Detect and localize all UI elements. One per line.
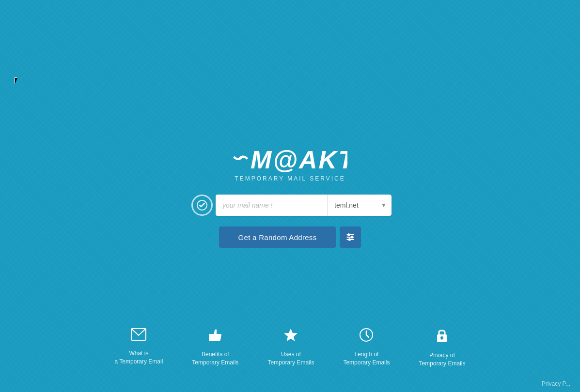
nav-item-what-is[interactable]: What isa Temporary Email xyxy=(115,328,163,366)
svg-point-5 xyxy=(348,234,349,235)
svg-marker-10 xyxy=(284,329,298,341)
domain-select-wrapper: teml.net tempmail.com mailtemp.net ▼ xyxy=(327,195,392,216)
nav-item-length[interactable]: Length ofTemporary Emails xyxy=(343,328,390,367)
lock-icon xyxy=(436,328,448,346)
bottom-nav: What isa Temporary Email Benefits ofTemp… xyxy=(0,328,580,368)
thumbsup-icon xyxy=(208,328,222,345)
svg-rect-9 xyxy=(209,334,212,341)
svg-point-6 xyxy=(351,236,353,238)
button-row: Get a Random Address xyxy=(219,226,361,248)
logo-tagline: TEMPORARY MAIL SERVICE xyxy=(235,175,345,182)
logo-text: 〜 M@AKT xyxy=(233,144,347,173)
svg-text:M@AKT: M@AKT xyxy=(251,146,347,173)
envelope-icon xyxy=(131,328,146,344)
star-icon xyxy=(283,328,298,345)
logo-wings-icon: 〜 xyxy=(233,151,250,166)
nav-item-uses[interactable]: Uses ofTemporary Emails xyxy=(267,328,314,367)
get-random-address-button[interactable]: Get a Random Address xyxy=(219,226,336,248)
clock-icon xyxy=(359,328,374,345)
nav-label-uses: Uses ofTemporary Emails xyxy=(267,350,314,367)
page-wrapper: 〜 M@AKT TEMPORARY MAIL SERVICE xyxy=(0,0,580,392)
nav-label-privacy: Privacy ofTemporary Emails xyxy=(419,351,465,368)
nav-label-what-is: What isa Temporary Email xyxy=(115,349,163,366)
svg-point-7 xyxy=(349,239,350,240)
svg-rect-14 xyxy=(441,338,442,340)
logo-section: 〜 M@AKT TEMPORARY MAIL SERVICE xyxy=(233,144,347,182)
nav-label-benefits: Benefits ofTemporary Emails xyxy=(192,350,238,367)
cursor xyxy=(15,77,20,87)
nav-item-benefits[interactable]: Benefits ofTemporary Emails xyxy=(192,328,238,367)
settings-button[interactable] xyxy=(340,226,361,248)
input-section: teml.net tempmail.com mailtemp.net ▼ xyxy=(188,192,392,219)
nav-label-length: Length ofTemporary Emails xyxy=(343,350,390,367)
sliders-icon xyxy=(345,232,355,242)
mail-name-input[interactable] xyxy=(216,195,327,216)
footer-privacy-link[interactable]: Privacy P... xyxy=(542,380,570,387)
check-icon-wrapper xyxy=(188,192,216,219)
domain-select[interactable]: teml.net tempmail.com mailtemp.net xyxy=(327,195,392,216)
input-group: teml.net tempmail.com mailtemp.net ▼ xyxy=(216,195,392,216)
logo-svg: M@AKT xyxy=(251,144,347,173)
check-circle-icon xyxy=(191,195,213,216)
nav-item-privacy[interactable]: Privacy ofTemporary Emails xyxy=(419,328,465,368)
